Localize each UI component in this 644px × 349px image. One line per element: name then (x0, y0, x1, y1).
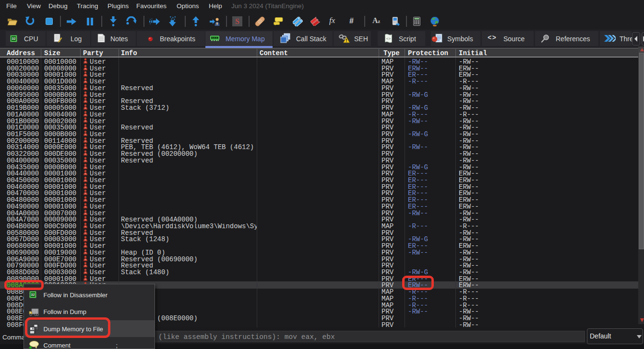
svg-text:32: 32 (31, 293, 35, 296)
svg-text:<>: <> (386, 36, 391, 41)
svg-text:32: 32 (12, 37, 16, 40)
svg-text:S: S (235, 17, 239, 25)
